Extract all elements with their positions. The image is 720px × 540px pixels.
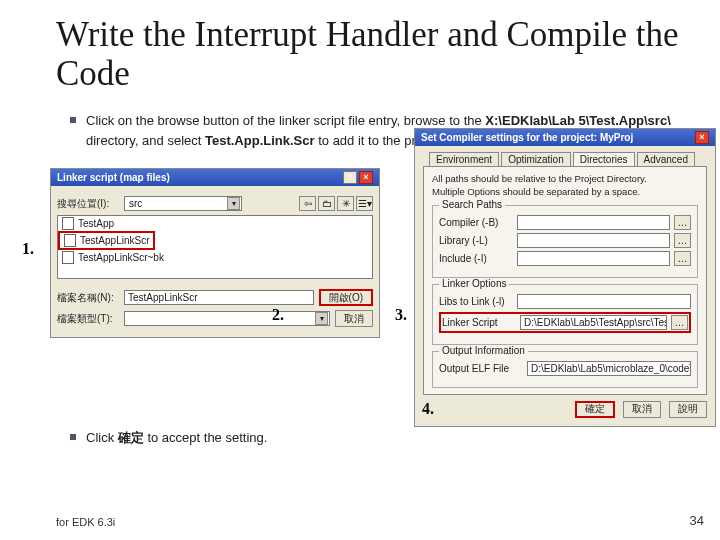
label-libs: Libs to Link (-l)	[439, 296, 513, 307]
tab-advanced[interactable]: Advanced	[637, 152, 695, 166]
group-linker-options: Linker Options Libs to Link (-l) Linker …	[432, 284, 698, 345]
tab-optimization[interactable]: Optimization	[501, 152, 571, 166]
back-icon[interactable]: ⇦	[299, 196, 316, 211]
tab-body-directories: All paths should be relative to the Proj…	[423, 166, 707, 395]
callout-3: 3.	[395, 306, 407, 324]
filename-input[interactable]: TestAppLinkScr	[124, 290, 314, 305]
label-output-elf: Output ELF File	[439, 363, 523, 374]
help-button[interactable]: 說明	[669, 401, 707, 418]
chevron-down-icon: ▾	[227, 197, 240, 210]
open-button[interactable]: 開啟(O)	[319, 289, 373, 306]
bullet-1-mid: directory, and select	[86, 133, 205, 148]
bullet-2-post: to accept the setting.	[147, 430, 267, 445]
legend-search: Search Paths	[439, 199, 505, 210]
callout-1: 1.	[22, 240, 34, 258]
browse-icon[interactable]: …	[674, 215, 691, 230]
ok-button[interactable]: 確定	[575, 401, 615, 418]
settings-tabs: Environment Optimization Directories Adv…	[423, 152, 707, 166]
library-input[interactable]	[517, 233, 670, 248]
output-elf-input[interactable]: D:\EDKlab\Lab5\microblaze_0\code\exe	[527, 361, 691, 376]
bullet-2-bold: 確定	[118, 430, 144, 445]
file-listbox[interactable]: TestApp TestAppLinkScr TestAppLinkScr~bk	[57, 215, 373, 279]
compiler-input[interactable]	[517, 215, 670, 230]
legend-output: Output Information	[439, 345, 528, 356]
group-search-paths: Search Paths Compiler (-B)… Library (-L)…	[432, 205, 698, 278]
tab-environment[interactable]: Environment	[429, 152, 499, 166]
note-line-1: All paths should be relative to the Proj…	[432, 173, 698, 186]
slide-title: Write the Interrupt Handler and Compile …	[56, 16, 700, 93]
label-linker-script: Linker Script	[442, 317, 516, 328]
label-compiler: Compiler (-B)	[439, 217, 513, 228]
close-icon[interactable]: ×	[695, 131, 709, 144]
bullet-1-sel: Test.App.Link.Scr	[205, 133, 315, 148]
settings-dialog-titlebar: Set Compiler settings for the project: M…	[415, 129, 715, 146]
file-dialog-titlebar: Linker script (map files) ? ×	[51, 169, 379, 186]
filetype-dropdown[interactable]: ▾	[124, 311, 330, 326]
lookin-label: 搜尋位置(I):	[57, 197, 119, 211]
list-item[interactable]: TestApp	[58, 216, 372, 231]
lookin-dropdown[interactable]: src ▾	[124, 196, 242, 211]
linker-script-input[interactable]: D:\EDKlab\Lab5\TestApp\src\Test	[520, 315, 667, 330]
browse-icon[interactable]: …	[674, 233, 691, 248]
list-item-selected[interactable]: TestAppLinkScr	[58, 231, 155, 250]
group-output-info: Output Information Output ELF FileD:\EDK…	[432, 351, 698, 388]
page-number: 34	[690, 513, 704, 528]
new-folder-icon[interactable]: ✳	[337, 196, 354, 211]
bullet-1-path: X:\EDKlab\Lab 5\Test.App\src\	[485, 113, 670, 128]
settings-dialog-title: Set Compiler settings for the project: M…	[421, 132, 633, 143]
bullet-marker-icon	[70, 117, 76, 123]
help-icon[interactable]: ?	[343, 171, 357, 184]
libs-input[interactable]	[517, 294, 691, 309]
compiler-settings-dialog: Set Compiler settings for the project: M…	[414, 128, 716, 427]
filename-label: 檔案名稱(N):	[57, 291, 119, 305]
lookin-value: src	[129, 198, 142, 209]
cancel-button[interactable]: 取消	[335, 310, 373, 327]
filetype-label: 檔案類型(T):	[57, 312, 119, 326]
footer-note: for EDK 6.3i	[56, 516, 115, 528]
bullet-2: Click 確定 to accept the setting.	[70, 428, 700, 448]
view-menu-icon[interactable]: ☰▾	[356, 196, 373, 211]
callout-2: 2.	[272, 306, 284, 324]
file-open-dialog: Linker script (map files) ? × 搜尋位置(I): s…	[50, 168, 380, 338]
include-input[interactable]	[517, 251, 670, 266]
legend-linker: Linker Options	[439, 278, 509, 289]
label-library: Library (-L)	[439, 235, 513, 246]
list-item[interactable]: TestAppLinkScr~bk	[58, 250, 372, 265]
bullet-2-pre: Click	[86, 430, 118, 445]
callout-4: 4.	[422, 400, 434, 418]
file-dialog-title: Linker script (map files)	[57, 172, 170, 183]
cancel-button-2[interactable]: 取消	[623, 401, 661, 418]
close-icon[interactable]: ×	[359, 171, 373, 184]
note-line-2: Multiple Options should be separated by …	[432, 186, 698, 199]
tab-directories[interactable]: Directories	[573, 152, 635, 166]
up-folder-icon[interactable]: 🗀	[318, 196, 335, 211]
browse-icon[interactable]: …	[674, 251, 691, 266]
bullet-1-pre: Click on the browse button of the linker…	[86, 113, 485, 128]
label-include: Include (-I)	[439, 253, 513, 264]
chevron-down-icon: ▾	[315, 312, 328, 325]
bullet-marker-icon	[70, 434, 76, 440]
browse-icon[interactable]: …	[671, 315, 688, 330]
